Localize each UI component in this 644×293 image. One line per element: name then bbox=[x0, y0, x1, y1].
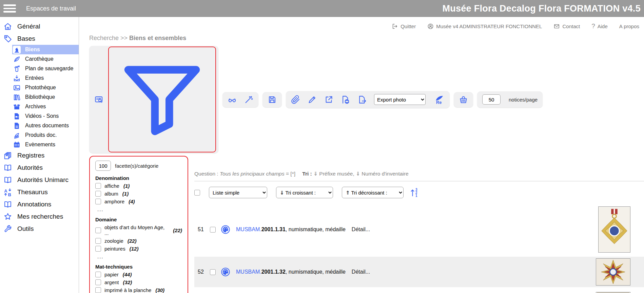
edit-button[interactable] bbox=[308, 95, 317, 104]
facet-label: imprimé à la planche bbox=[104, 287, 151, 293]
sidebar-item-bases[interactable]: Bases bbox=[0, 33, 79, 45]
sidebar-item-carotheque[interactable]: Carothèque bbox=[12, 54, 79, 64]
sidebar-item-entrees[interactable]: Entrées bbox=[12, 73, 79, 83]
facet-count: (1) bbox=[122, 191, 129, 197]
open-book-icon bbox=[3, 163, 12, 172]
sidebar-item-autorites[interactable]: Autorités bbox=[0, 162, 79, 174]
photo-icon bbox=[13, 84, 21, 92]
current-user[interactable]: Musée v4 ADMINISTRATEUR FONCTIONNEL bbox=[427, 23, 542, 30]
result-row: 53MUSBAM.2001.1.36, numismatique, collie… bbox=[194, 287, 644, 293]
inbox-download-icon bbox=[13, 74, 21, 82]
sidebar-item-archives[interactable]: Archives bbox=[12, 102, 79, 111]
export-photo-select[interactable]: Export photo bbox=[374, 94, 426, 105]
sidebar-item-label: Thesaurus bbox=[17, 188, 48, 196]
result-thumbnail[interactable] bbox=[596, 258, 630, 286]
facet-checkbox[interactable] bbox=[95, 227, 101, 233]
record-link[interactable]: MUSBAM.2001.1.32 bbox=[236, 269, 286, 275]
sidebar-item-produits-doc[interactable]: Produits doc. bbox=[12, 130, 79, 140]
filter-funnel-button[interactable] bbox=[111, 49, 213, 150]
logout-icon bbox=[392, 23, 398, 30]
palette-icon[interactable] bbox=[220, 224, 231, 235]
hamburger-menu-icon[interactable] bbox=[3, 4, 16, 13]
attachment-button[interactable] bbox=[291, 95, 300, 104]
detail-link[interactable]: Détail... bbox=[352, 269, 370, 275]
facet-label: argent bbox=[104, 279, 119, 285]
sidebar-item-annotations[interactable]: Annotations bbox=[0, 198, 79, 210]
record-inventory-number: 2001.1.32 bbox=[261, 269, 286, 275]
paper-stack-icon bbox=[13, 131, 21, 139]
result-row: 51MUSBAM.2001.1.31, numismatique, médail… bbox=[194, 202, 644, 257]
palette-icon[interactable] bbox=[220, 267, 231, 277]
facet-more-link[interactable]: ... bbox=[97, 206, 182, 212]
list-mode-select[interactable]: Liste simple bbox=[209, 187, 267, 198]
select-all-checkbox[interactable] bbox=[194, 190, 200, 196]
sort-ascending-select[interactable]: ⇓ Tri croissant : bbox=[276, 187, 333, 198]
facet-checkbox[interactable] bbox=[95, 199, 101, 204]
sort-descending-select[interactable]: ⇑ Tri décroissant : bbox=[342, 187, 404, 198]
sidebar-item-bibliotheque[interactable]: Bibliothèque bbox=[12, 92, 79, 102]
sidebar-item-label: Biens bbox=[25, 47, 40, 53]
svg-text:A: A bbox=[4, 188, 7, 194]
video-file-icon bbox=[13, 112, 21, 120]
facet-checkbox[interactable] bbox=[95, 246, 101, 252]
contact-link[interactable]: Contact bbox=[553, 23, 580, 30]
print-document-button[interactable] bbox=[341, 95, 350, 104]
sidebar-item-label: Outils bbox=[17, 225, 34, 233]
facet-count-input[interactable] bbox=[95, 161, 111, 171]
sidebar-item-label: Evènements bbox=[25, 142, 55, 148]
facet-checkbox[interactable] bbox=[95, 191, 101, 197]
facet-checkbox[interactable] bbox=[95, 287, 101, 293]
sidebar-item-registres[interactable]: Registres bbox=[0, 149, 79, 162]
sidebar-item-phototheque[interactable]: Photothèque bbox=[12, 83, 79, 92]
sidebar-item-label: Entrées bbox=[25, 75, 44, 81]
facet-checkbox[interactable] bbox=[95, 183, 101, 189]
glasses-view-button[interactable] bbox=[228, 95, 237, 104]
facet-more-link[interactable]: ... bbox=[97, 254, 182, 259]
facet-checkbox[interactable] bbox=[95, 279, 101, 285]
open-book-icon bbox=[3, 176, 12, 184]
question-mark-icon: ? bbox=[591, 22, 595, 30]
row-checkbox[interactable] bbox=[210, 227, 216, 233]
home-icon bbox=[3, 22, 12, 31]
facet-checkbox[interactable] bbox=[95, 238, 101, 244]
record-link[interactable]: MUSBAM.2001.1.31 bbox=[236, 226, 286, 232]
external-link-button[interactable] bbox=[324, 95, 333, 104]
sidebar-item-autorites-unimarc[interactable]: Autorités Unimarc bbox=[0, 174, 79, 186]
magic-wand-button[interactable] bbox=[244, 95, 253, 104]
sidebar-item-label: Annotations bbox=[17, 201, 51, 208]
sidebar-item-thesaurus[interactable]: ABThesaurus bbox=[0, 186, 79, 198]
basket-button[interactable] bbox=[459, 95, 468, 104]
sidebar: GénéralBasesBiensCarothèquePlan de sauve… bbox=[0, 17, 79, 293]
sidebar-item-plan-de-sauvegarde[interactable]: Plan de sauvegarde bbox=[12, 64, 79, 73]
result-thumbnail[interactable] bbox=[598, 206, 630, 253]
about-link[interactable]: A propos bbox=[619, 23, 639, 29]
facet-group-title: Mat-techniques bbox=[95, 264, 182, 270]
feather-icon bbox=[13, 55, 21, 63]
row-checkbox[interactable] bbox=[210, 269, 216, 275]
translate-icon: AB bbox=[3, 188, 12, 197]
save-button[interactable] bbox=[268, 95, 277, 104]
detail-link[interactable]: Détail... bbox=[352, 226, 370, 232]
sidebar-item-label: Bibliothèque bbox=[25, 94, 55, 100]
notices-per-page-input[interactable] bbox=[482, 94, 501, 105]
sidebar-item-label: Bases bbox=[17, 35, 35, 42]
svg-text:Re: Re bbox=[436, 100, 442, 105]
sidebar-item-autres-documents[interactable]: Autres documents bbox=[12, 121, 79, 130]
sidebar-item-mes-recherches[interactable]: Mes recherches bbox=[0, 210, 79, 223]
help-link[interactable]: ? Aide bbox=[591, 22, 608, 30]
sidebar-item-evenements[interactable]: Evènements bbox=[12, 140, 79, 149]
export-photo-logo-icon[interactable]: Re bbox=[433, 94, 445, 105]
page-title: Biens et ensembles bbox=[129, 35, 186, 41]
sidebar-item-biens[interactable]: Biens bbox=[12, 45, 79, 54]
display-list-button[interactable] bbox=[94, 95, 103, 104]
facet-count: (32) bbox=[123, 279, 132, 285]
export-document-button[interactable] bbox=[357, 95, 367, 104]
sidebar-item-outils[interactable]: Outils bbox=[0, 223, 79, 235]
numeric-sort-icon[interactable]: 321 bbox=[410, 188, 417, 197]
facet-checkbox[interactable] bbox=[95, 272, 101, 277]
result-text: MUSBAM.2001.1.31, numismatique, médaille… bbox=[236, 226, 370, 233]
facet-count: (22) bbox=[173, 227, 182, 233]
sidebar-item-videos-sons[interactable]: Vidéos - Sons bbox=[12, 111, 79, 121]
quit-button[interactable]: Quitter bbox=[392, 23, 416, 30]
sidebar-item-general[interactable]: Général bbox=[0, 20, 79, 33]
